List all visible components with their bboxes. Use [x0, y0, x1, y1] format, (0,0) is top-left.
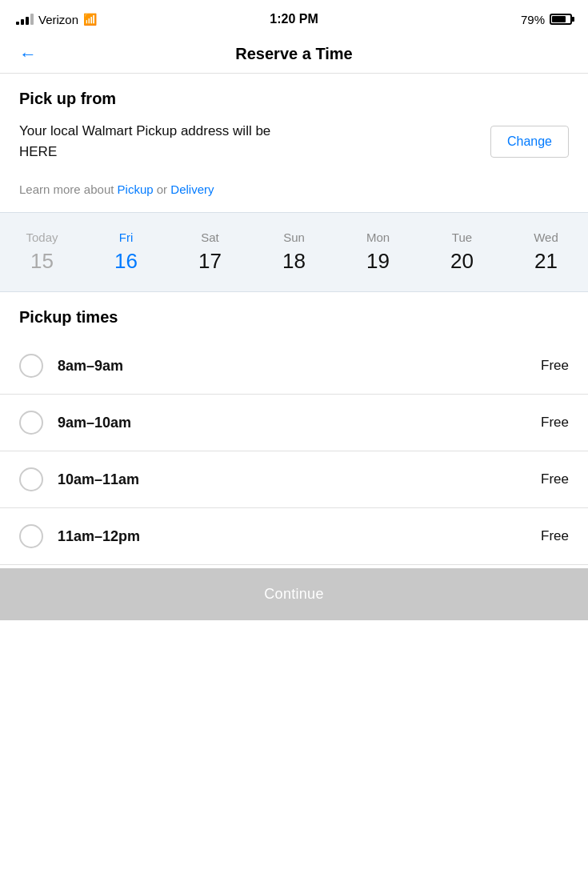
- signal-icon: [16, 14, 34, 25]
- date-item[interactable]: Tue20: [434, 226, 490, 279]
- time-slot[interactable]: 11am–12pmFree: [0, 508, 588, 565]
- date-item[interactable]: Today15: [14, 226, 70, 279]
- date-number: 21: [534, 249, 558, 274]
- date-day-label: Mon: [366, 231, 390, 244]
- price-label: Free: [541, 415, 569, 431]
- time-label: 8am–9am: [58, 358, 541, 375]
- pickup-link[interactable]: Pickup: [118, 182, 154, 196]
- page-title: Reserve a Time: [235, 45, 352, 63]
- date-number: 16: [114, 249, 138, 274]
- nav-header: ← Reserve a Time: [0, 35, 588, 74]
- date-day-label: Wed: [534, 231, 558, 244]
- time-slots: 8am–9amFree9am–10amFree10am–11amFree11am…: [0, 338, 588, 565]
- date-number: 15: [30, 249, 54, 274]
- price-label: Free: [541, 471, 569, 487]
- time-slot[interactable]: 9am–10amFree: [0, 395, 588, 451]
- battery-percentage: 79%: [521, 13, 545, 26]
- status-time: 1:20 PM: [270, 12, 318, 26]
- date-item[interactable]: Fri16: [98, 226, 154, 279]
- date-day-label: Sun: [283, 231, 305, 244]
- main-content: Pick up from Your local Walmart Pickup a…: [0, 74, 588, 620]
- status-right: 79%: [521, 13, 572, 26]
- time-slot[interactable]: 8am–9amFree: [0, 338, 588, 395]
- status-left: Verizon 📶: [16, 13, 97, 26]
- date-day-label: Fri: [119, 231, 134, 244]
- date-item[interactable]: Mon19: [350, 226, 406, 279]
- radio-button: [19, 354, 43, 378]
- times-section: Pickup times: [0, 292, 588, 338]
- change-button[interactable]: Change: [490, 126, 569, 158]
- date-number: 20: [450, 249, 474, 274]
- date-number: 17: [198, 249, 222, 274]
- date-day-label: Sat: [201, 231, 219, 244]
- date-day-label: Today: [26, 231, 58, 244]
- radio-button: [19, 467, 43, 491]
- time-label: 9am–10am: [58, 415, 541, 431]
- pickup-section: Pick up from Your local Walmart Pickup a…: [0, 74, 588, 174]
- date-item[interactable]: Sun18: [266, 226, 322, 279]
- date-item[interactable]: Wed21: [518, 226, 574, 279]
- pickup-location-row: Your local Walmart Pickup address will b…: [19, 121, 569, 162]
- price-label: Free: [541, 358, 569, 374]
- radio-button: [19, 411, 43, 435]
- continue-button[interactable]: Continue: [0, 568, 588, 620]
- pickup-address: Your local Walmart Pickup address will b…: [19, 121, 291, 162]
- date-item[interactable]: Sat17: [182, 226, 238, 279]
- continue-btn-container: Continue: [0, 568, 588, 620]
- date-number: 18: [282, 249, 306, 274]
- date-picker: Today15Fri16Sat17Sun18Mon19Tue20Wed21: [0, 212, 588, 292]
- status-bar: Verizon 📶 1:20 PM 79%: [0, 0, 588, 35]
- carrier-label: Verizon: [38, 13, 78, 26]
- learn-more: Learn more about Pickup or Delivery: [0, 174, 588, 212]
- learn-more-prefix: Learn more about: [19, 182, 118, 196]
- date-number: 19: [366, 249, 390, 274]
- wifi-icon: 📶: [83, 13, 97, 26]
- delivery-link[interactable]: Delivery: [170, 182, 214, 196]
- date-picker-inner: Today15Fri16Sat17Sun18Mon19Tue20Wed21: [0, 226, 588, 279]
- battery-icon: [550, 14, 572, 25]
- price-label: Free: [541, 528, 569, 544]
- back-button[interactable]: ←: [16, 41, 40, 68]
- times-title: Pickup times: [19, 308, 569, 327]
- date-day-label: Tue: [452, 231, 472, 244]
- learn-more-conjunction: or: [154, 182, 171, 196]
- radio-button: [19, 524, 43, 548]
- time-slot[interactable]: 10am–11amFree: [0, 451, 588, 508]
- pickup-section-title: Pick up from: [19, 90, 569, 108]
- time-label: 11am–12pm: [58, 528, 541, 545]
- time-label: 10am–11am: [58, 471, 541, 488]
